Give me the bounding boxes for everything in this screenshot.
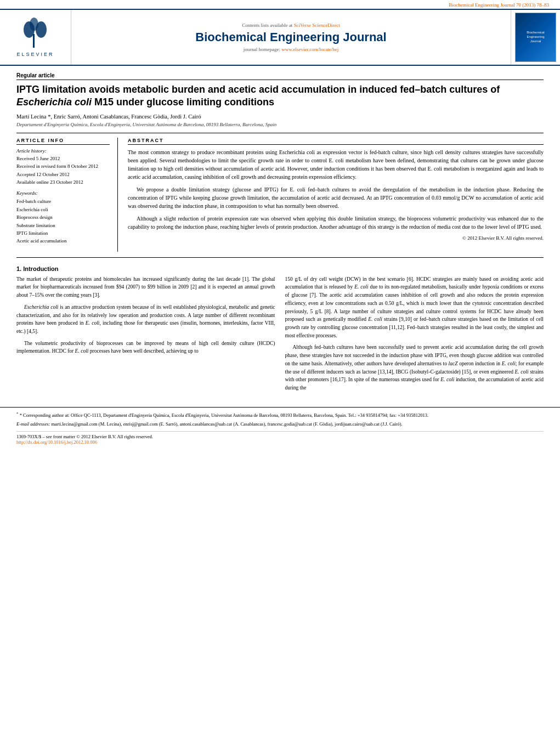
body-two-col: The market of therapeutic proteins and b… — [16, 275, 544, 396]
corresponding-note: * * Corresponding author at: Office QC-1… — [16, 411, 544, 419]
article-info-section: ARTICLE INFO Article history: Received 5… — [16, 138, 110, 245]
received-date: Received 5 June 2012 — [16, 155, 110, 162]
doi-link: http://dx.doi.org/10.1016/j.bej.2012.10.… — [16, 439, 544, 445]
available-date: Available online 23 October 2012 — [16, 178, 110, 186]
history-label: Article history: — [16, 148, 110, 154]
article-info-header: ARTICLE INFO — [16, 138, 110, 145]
body-right-col: 150 g/L of dry cell weight (DCW) in the … — [285, 275, 544, 396]
accepted-date: Accepted 12 October 2012 — [16, 171, 110, 178]
keywords-list: Fed-batch cultureEscherichia coliBioproc… — [16, 197, 110, 245]
body-left-col: The market of therapeutic proteins and b… — [16, 275, 275, 396]
copyright-line: © 2012 Elsevier B.V. All rights reserved… — [128, 235, 544, 241]
article-title: IPTG limitation avoids metabolic burden … — [16, 83, 544, 109]
abstract-header: ABSTRACT — [128, 138, 544, 145]
journal-cover-image: BiochemicalEngineeringJournal — [515, 13, 556, 62]
homepage-link-text: www.elsevier.com/locate/bej — [281, 47, 338, 52]
journal-title-center: Contents lists available at SciVerse Sci… — [71, 10, 511, 65]
journal-cover-box: BiochemicalEngineeringJournal — [511, 10, 560, 65]
sciverse-link-text: SciVerse ScienceDirect — [294, 22, 340, 28]
homepage-prefix: journal homepage: — [244, 47, 281, 52]
article-info-column: ARTICLE INFO Article history: Received 5… — [16, 138, 118, 252]
intro-title: 1. Introduction — [16, 265, 544, 272]
intro-right-p2: Although fed–batch cultures have been su… — [285, 343, 544, 392]
svg-point-3 — [30, 18, 38, 31]
intro-right-p1: 150 g/L of dry cell weight (DCW) in the … — [285, 275, 544, 340]
journal-citation: Biochemical Engineering Journal 70 (2013… — [449, 2, 549, 8]
corresponding-text: * Corresponding author at: Office QC-111… — [20, 412, 428, 418]
article-dates: Received 5 June 2012 Received in revised… — [16, 155, 110, 186]
license-text: 1369-703X/$ – see front matter © 2012 El… — [16, 434, 544, 439]
intro-left-p1: The market of therapeutic proteins and b… — [16, 275, 275, 299]
star-sup: * — [16, 411, 19, 416]
affiliation-line: Departament d'Enginyeria Química, Escola… — [16, 122, 544, 127]
introduction-section: 1. Introduction The market of therapeuti… — [16, 262, 544, 396]
title-part1: IPTG limitation avoids metabolic burden … — [16, 84, 500, 95]
two-col-layout: ARTICLE INFO Article history: Received 5… — [16, 133, 544, 252]
title-part2: M15 under glucose limiting conditions — [92, 97, 274, 108]
abstract-p1: The most common strategy to produce reco… — [128, 148, 544, 181]
keyword-item: Acetic acid accumulation — [16, 237, 110, 245]
abstract-column: ABSTRACT The most common strategy to pro… — [128, 138, 544, 252]
keyword-item: Substrate limitation — [16, 222, 110, 229]
journal-top-bar: Biochemical Engineering Journal 70 (2013… — [0, 0, 560, 9]
keywords-label: Keywords: — [16, 190, 110, 196]
keyword-item: IPTG limitation — [16, 229, 110, 237]
article-content: Regular article IPTG limitation avoids m… — [0, 66, 560, 401]
section-divider — [16, 257, 544, 258]
email-label: E-mail addresses: — [16, 421, 50, 427]
sciverse-prefix: Contents lists available at — [242, 22, 293, 28]
journal-main-title: Biochemical Engineering Journal — [195, 30, 386, 44]
keyword-item: Escherichia coli — [16, 206, 110, 213]
elsevier-text: ELSEVIER — [14, 52, 58, 57]
email-line: E-mail addresses: marti.lecina@gmail.com… — [16, 421, 544, 428]
journal-homepage-line: journal homepage: www.elsevier.com/locat… — [244, 47, 338, 52]
abstract-p2: We propose a double limitation strategy … — [128, 185, 544, 210]
title-italic: Escherichia coli — [16, 97, 92, 108]
footer-license: 1369-703X/$ – see front matter © 2012 El… — [16, 431, 544, 445]
sciverse-line: Contents lists available at SciVerse Sci… — [242, 22, 340, 28]
authors-line: Martí Lecina *, Enric Sarró, Antoni Casa… — [16, 114, 544, 120]
ecoli-italic-1: Escherichia coli — [24, 304, 58, 310]
footer-area: * * Corresponding author at: Office QC-1… — [0, 407, 560, 448]
cover-text-line1: BiochemicalEngineeringJournal — [525, 30, 545, 44]
journal-header: ELSEVIER Contents lists available at Sci… — [0, 9, 560, 66]
keywords-section: Keywords: Fed-batch cultureEscherichia c… — [16, 190, 110, 245]
abstract-p3: Although a slight reduction of protein e… — [128, 214, 544, 231]
email-values: marti.lecina@gmail.com (M. Lecina), enri… — [51, 421, 402, 427]
keyword-item: Fed-batch culture — [16, 197, 110, 205]
keyword-item: Bioprocess design — [16, 213, 110, 221]
intro-left-p2: Escherichia coli is an attractive produc… — [16, 303, 275, 336]
article-type: Regular article — [16, 72, 544, 80]
abstract-text: The most common strategy to produce reco… — [128, 148, 544, 231]
received-revised-date: Received in revised form 8 October 2012 — [16, 162, 110, 170]
svg-rect-0 — [33, 34, 35, 48]
intro-left-p3: The volumetric productivity of bioproces… — [16, 340, 275, 355]
elsevier-logo-box: ELSEVIER — [0, 10, 71, 65]
elsevier-tree-icon — [14, 18, 58, 50]
page: Biochemical Engineering Journal 70 (2013… — [0, 0, 560, 741]
